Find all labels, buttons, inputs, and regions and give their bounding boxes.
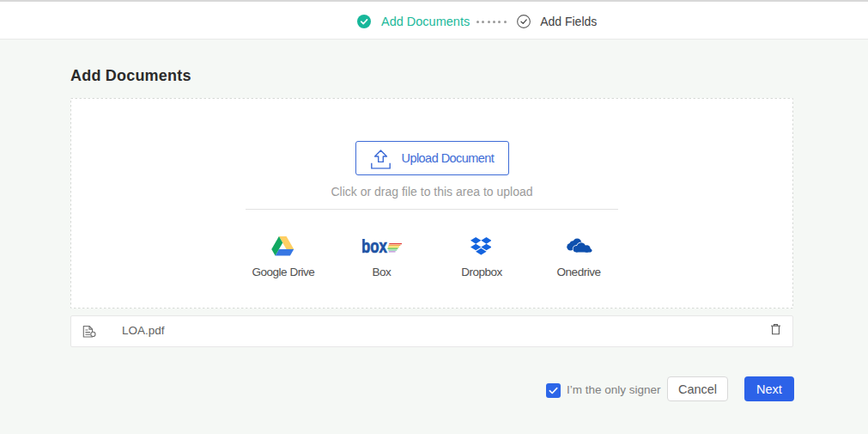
svg-text:box: box	[362, 239, 387, 254]
